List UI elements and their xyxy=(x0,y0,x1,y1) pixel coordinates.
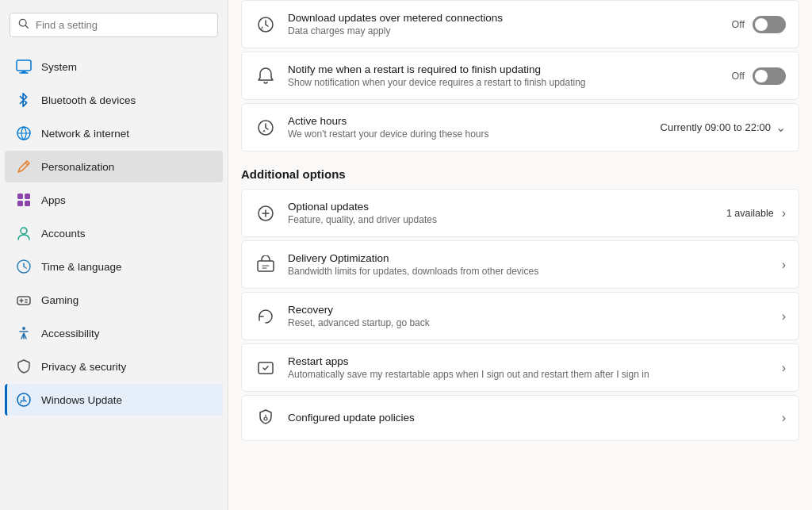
delivery-optimization-row[interactable]: Delivery Optimization Bandwidth limits f… xyxy=(241,240,799,289)
optional-updates-content: Optional updates Feature, quality, and d… xyxy=(288,201,715,225)
delivery-icon xyxy=(255,254,277,276)
metered-connections-toggle[interactable] xyxy=(753,16,786,33)
sidebar-item-gaming-label: Gaming xyxy=(41,294,79,306)
active-hours-content: Active hours We won't restart your devic… xyxy=(288,115,649,140)
search-icon xyxy=(18,18,29,32)
sidebar-item-network[interactable]: Network & internet xyxy=(5,117,223,149)
metered-connections-title: Download updates over metered connection… xyxy=(288,12,721,24)
bell-icon xyxy=(255,65,277,87)
metered-connections-content: Download updates over metered connection… xyxy=(288,12,721,36)
active-hours-chevron: ⌄ xyxy=(776,120,786,135)
privacy-icon xyxy=(16,359,32,374)
restart-apps-chevron: › xyxy=(782,361,786,375)
personalization-icon xyxy=(16,159,32,174)
restart-apps-desc: Automatically save my restartable apps w… xyxy=(288,369,771,380)
apps-icon xyxy=(16,192,32,208)
optional-updates-badge: 1 available xyxy=(726,208,774,219)
delivery-optimization-chevron: › xyxy=(782,258,786,272)
metered-connections-row: Download updates over metered connection… xyxy=(241,0,799,48)
settings-list: Download updates over metered connection… xyxy=(228,0,812,463)
sidebar-item-personalization-label: Personalization xyxy=(41,161,114,173)
sidebar-item-privacy-label: Privacy & security xyxy=(41,361,126,373)
configured-policies-row[interactable]: Configured update policies › xyxy=(241,395,799,441)
sidebar-item-personalization[interactable]: Personalization xyxy=(5,151,223,182)
notify-restart-toggle[interactable] xyxy=(753,67,786,85)
notify-restart-right: Off xyxy=(732,67,786,85)
recovery-icon xyxy=(255,305,277,328)
main-content: Download updates over metered connection… xyxy=(228,0,812,510)
sidebar-item-apps[interactable]: Apps xyxy=(5,184,223,216)
sidebar-item-system-label: System xyxy=(41,61,77,73)
notify-restart-title: Notify me when a restart is required to … xyxy=(288,63,721,75)
recovery-chevron: › xyxy=(782,309,786,324)
sidebar-item-time-label: Time & language xyxy=(41,261,122,273)
metered-connections-right: Off xyxy=(732,16,786,33)
sidebar-item-bluetooth[interactable]: Bluetooth & devices xyxy=(5,84,223,116)
accessibility-icon xyxy=(16,325,32,341)
accounts-icon xyxy=(16,225,32,241)
notify-restart-row: Notify me when a restart is required to … xyxy=(241,52,799,100)
sidebar-item-accounts[interactable]: Accounts xyxy=(5,217,223,249)
delivery-optimization-title: Delivery Optimization xyxy=(288,252,771,264)
svg-point-9 xyxy=(21,228,27,234)
metered-connections-desc: Data charges may apply xyxy=(288,25,721,36)
optional-updates-chevron: › xyxy=(782,206,786,220)
sidebar-item-accessibility[interactable]: Accessibility xyxy=(5,317,223,349)
notify-restart-slider xyxy=(753,67,786,85)
delivery-optimization-content: Delivery Optimization Bandwidth limits f… xyxy=(288,252,771,277)
optional-updates-title: Optional updates xyxy=(288,201,715,213)
optional-updates-right: 1 available › xyxy=(726,206,786,220)
recovery-content: Recovery Reset, advanced startup, go bac… xyxy=(288,304,771,328)
additional-options-header: Additional options xyxy=(241,155,799,189)
active-hours-row[interactable]: Active hours We won't restart your devic… xyxy=(241,103,799,151)
recovery-desc: Reset, advanced startup, go back xyxy=(288,317,771,328)
windows-update-icon xyxy=(16,392,32,408)
plus-circle-icon xyxy=(255,202,277,224)
search-box[interactable] xyxy=(10,13,218,37)
sidebar-item-accessibility-label: Accessibility xyxy=(41,328,100,339)
svg-point-19 xyxy=(264,417,267,420)
active-hours-value: Currently 09:00 to 22:00 xyxy=(661,121,771,133)
recovery-row[interactable]: Recovery Reset, advanced startup, go bac… xyxy=(241,292,799,340)
bluetooth-icon xyxy=(16,92,32,108)
sidebar: System Bluetooth & devices Network & int… xyxy=(0,0,228,510)
configured-policies-title: Configured update policies xyxy=(288,412,771,424)
svg-rect-8 xyxy=(25,201,30,206)
delivery-optimization-desc: Bandwidth limits for updates, downloads … xyxy=(288,266,771,277)
svg-rect-5 xyxy=(17,194,23,199)
restart-apps-row[interactable]: Restart apps Automatically save my resta… xyxy=(241,343,799,392)
configured-policies-right: › xyxy=(782,411,786,425)
svg-rect-2 xyxy=(17,60,31,71)
recovery-right: › xyxy=(782,309,786,324)
optional-updates-desc: Feature, quality, and driver updates xyxy=(288,214,715,225)
svg-rect-6 xyxy=(25,194,30,199)
svg-line-1 xyxy=(25,25,28,28)
search-input[interactable] xyxy=(36,19,209,31)
sidebar-item-system[interactable]: System xyxy=(5,51,223,82)
sidebar-item-windows-update[interactable]: Windows Update xyxy=(5,384,223,416)
notify-restart-desc: Show notification when your device requi… xyxy=(288,77,721,88)
configured-policies-content: Configured update policies xyxy=(288,412,771,425)
metered-off-label: Off xyxy=(732,19,745,30)
active-hours-desc: We won't restart your device during thes… xyxy=(288,128,649,140)
system-icon xyxy=(16,59,32,75)
clock-icon xyxy=(255,117,277,139)
notify-off-label: Off xyxy=(732,71,745,82)
meter-icon xyxy=(255,13,277,36)
sidebar-item-accounts-label: Accounts xyxy=(41,228,86,240)
shield-settings-icon xyxy=(255,407,277,429)
recovery-title: Recovery xyxy=(288,304,771,316)
active-hours-right: Currently 09:00 to 22:00 ⌄ xyxy=(661,120,786,135)
sidebar-item-windows-update-label: Windows Update xyxy=(41,394,122,406)
sidebar-item-time[interactable]: Time & language xyxy=(5,251,223,282)
optional-updates-row[interactable]: Optional updates Feature, quality, and d… xyxy=(241,189,799,237)
sidebar-item-apps-label: Apps xyxy=(41,194,66,206)
network-icon xyxy=(16,125,32,141)
restart-apps-content: Restart apps Automatically save my resta… xyxy=(288,355,771,380)
gaming-icon xyxy=(16,292,32,308)
sidebar-item-privacy[interactable]: Privacy & security xyxy=(5,351,223,382)
sidebar-item-network-label: Network & internet xyxy=(41,128,129,140)
sidebar-item-bluetooth-label: Bluetooth & devices xyxy=(41,94,136,106)
sidebar-item-gaming[interactable]: Gaming xyxy=(5,284,223,316)
notify-restart-content: Notify me when a restart is required to … xyxy=(288,63,721,88)
